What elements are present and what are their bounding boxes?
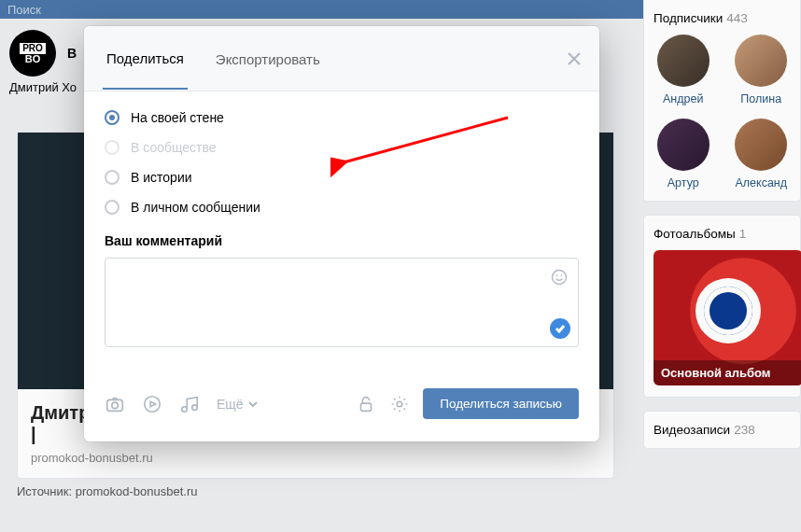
- radio-dot-icon: [105, 110, 119, 125]
- close-icon[interactable]: [566, 50, 583, 67]
- radio-label: В истории: [131, 170, 192, 185]
- camera-icon[interactable]: [105, 394, 125, 414]
- more-button[interactable]: Ещё: [217, 397, 259, 412]
- svg-point-5: [112, 402, 118, 408]
- radio-wall[interactable]: На своей стене: [105, 110, 579, 125]
- svg-point-8: [397, 401, 402, 407]
- play-icon[interactable]: [142, 394, 162, 414]
- svg-point-1: [553, 271, 567, 285]
- svg-rect-4: [107, 399, 123, 411]
- tab-export[interactable]: Экспортировать: [212, 29, 324, 89]
- share-modal: Поделиться Экспортировать На своей стене…: [84, 26, 599, 441]
- svg-point-3: [561, 275, 563, 277]
- radio-story[interactable]: В истории: [105, 170, 579, 185]
- more-label: Ещё: [217, 397, 244, 412]
- modal-header: Поделиться Экспортировать: [84, 26, 599, 91]
- radio-dot-icon: [105, 140, 119, 155]
- svg-rect-7: [361, 403, 372, 411]
- radio-label: На своей стене: [131, 110, 224, 125]
- radio-pm[interactable]: В личном сообщении: [105, 200, 579, 215]
- modal-footer: Ещё Поделиться записью: [84, 368, 599, 441]
- lock-icon[interactable]: [356, 394, 376, 414]
- settings-icon[interactable]: [389, 394, 410, 414]
- radio-label: В личном сообщении: [131, 200, 260, 215]
- svg-point-2: [556, 275, 558, 277]
- emoji-icon[interactable]: [550, 268, 569, 287]
- share-submit-button[interactable]: Поделиться записью: [423, 388, 579, 419]
- share-target-radios: На своей стене В сообществе В истории В …: [105, 110, 579, 215]
- chevron-down-icon: [247, 399, 259, 410]
- radio-dot-icon: [105, 200, 119, 215]
- radio-label: В сообществе: [131, 140, 217, 155]
- radio-community: В сообществе: [105, 140, 579, 155]
- radio-dot-icon: [105, 170, 119, 185]
- confirm-icon[interactable]: [550, 318, 570, 339]
- comment-label: Ваш комментарий: [105, 233, 579, 248]
- comment-input[interactable]: [105, 258, 579, 347]
- tab-share[interactable]: Поделиться: [103, 28, 188, 90]
- svg-point-6: [145, 396, 161, 412]
- music-note-icon[interactable]: [179, 394, 200, 414]
